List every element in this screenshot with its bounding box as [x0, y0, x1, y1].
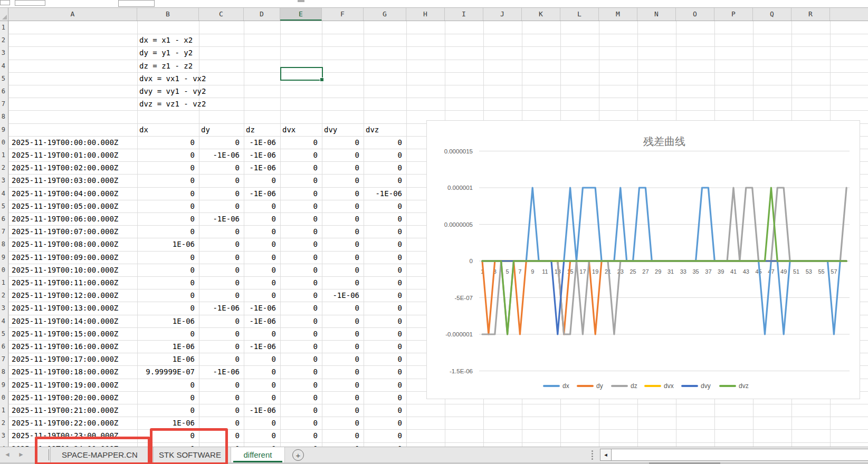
cell[interactable]: 0: [281, 417, 318, 429]
cell[interactable]: 0: [323, 212, 359, 225]
cell[interactable]: 2025-11-19T00:06:00.000Z: [12, 212, 135, 225]
cell[interactable]: 0: [323, 404, 359, 417]
cell[interactable]: 0: [365, 174, 402, 187]
cell[interactable]: 0: [138, 225, 195, 238]
row-header[interactable]: 8: [0, 110, 5, 123]
cell[interactable]: 0: [323, 315, 359, 327]
cell[interactable]: 0: [323, 391, 359, 404]
cell[interactable]: 0: [323, 417, 359, 429]
cell[interactable]: 0: [138, 391, 195, 404]
legend-item-dz[interactable]: dz: [611, 382, 637, 390]
cell[interactable]: 0: [281, 276, 318, 289]
tab-nav-right-icon[interactable]: ►: [18, 451, 24, 458]
cell[interactable]: 0: [281, 238, 318, 250]
cell[interactable]: 2025-11-19T00:22:00.000Z: [12, 417, 135, 429]
cell[interactable]: 0: [138, 212, 195, 225]
cell[interactable]: 0: [138, 174, 195, 187]
cell[interactable]: 0: [245, 442, 276, 447]
cell[interactable]: 2025-11-19T00:00:00.000Z: [12, 136, 135, 149]
cell[interactable]: 0: [323, 187, 359, 200]
select-all-corner[interactable]: [0, 8, 8, 21]
cell[interactable]: 0: [323, 149, 359, 161]
cell[interactable]: 0: [200, 174, 240, 187]
cell[interactable]: -1E-06: [245, 136, 276, 149]
cell[interactable]: dvy: [324, 123, 361, 136]
cell[interactable]: 0: [281, 264, 318, 276]
cell[interactable]: 0: [323, 379, 359, 391]
series-dvz[interactable]: [482, 188, 846, 334]
cell[interactable]: 0: [281, 379, 318, 391]
cell[interactable]: 0: [245, 327, 276, 340]
cell[interactable]: 0: [365, 417, 402, 429]
cell[interactable]: 0: [138, 264, 195, 276]
cell[interactable]: 0: [200, 340, 240, 353]
column-header-Q[interactable]: Q: [753, 8, 791, 21]
cell[interactable]: -1E-06: [245, 302, 276, 314]
cell[interactable]: 0: [245, 353, 276, 365]
cell[interactable]: 0: [365, 442, 402, 447]
row-header[interactable]: 6: [0, 340, 5, 353]
cell[interactable]: 0: [281, 136, 318, 149]
cell[interactable]: 0: [200, 264, 240, 276]
cell[interactable]: 2025-11-19T00:05:00.000Z: [12, 200, 135, 212]
cell[interactable]: -1E-06: [200, 212, 240, 225]
cell[interactable]: 0: [200, 417, 240, 429]
cell[interactable]: 0: [323, 174, 359, 187]
cell[interactable]: 0: [281, 200, 318, 212]
cell[interactable]: 0: [365, 429, 402, 442]
cell[interactable]: 0: [281, 327, 318, 340]
cell[interactable]: 0: [281, 149, 318, 161]
row-header[interactable]: 1: [0, 404, 5, 417]
cell[interactable]: 0: [365, 327, 402, 340]
cell[interactable]: -1E-06: [245, 340, 276, 353]
column-header-C[interactable]: C: [199, 8, 244, 21]
cell[interactable]: 2025-11-19T00:21:00.000Z: [12, 404, 135, 417]
cell[interactable]: 0: [323, 429, 359, 442]
cell[interactable]: 0: [200, 353, 240, 365]
legend-item-dx[interactable]: dx: [543, 382, 569, 390]
cell[interactable]: 0: [200, 391, 240, 404]
column-header-H[interactable]: H: [406, 8, 445, 21]
cell[interactable]: 9.99999E-07: [138, 365, 195, 378]
cell[interactable]: 0: [281, 289, 318, 302]
cell[interactable]: 0: [365, 251, 402, 264]
row-header[interactable]: 3: [0, 429, 5, 442]
cell[interactable]: 0: [323, 340, 359, 353]
cell[interactable]: 0: [245, 417, 276, 429]
cell[interactable]: 0: [281, 404, 318, 417]
cell[interactable]: dvz: [366, 123, 404, 136]
cell[interactable]: 0: [138, 161, 195, 174]
cell[interactable]: 2025-11-19T00:07:00.000Z: [12, 225, 135, 238]
cell[interactable]: 0: [365, 136, 402, 149]
cell[interactable]: 0: [138, 302, 195, 314]
cell[interactable]: 0: [281, 225, 318, 238]
row-header[interactable]: 2: [0, 289, 5, 302]
cell[interactable]: 0: [138, 276, 195, 289]
cell[interactable]: 0: [200, 200, 240, 212]
cell[interactable]: 2025-11-19T00:09:00.000Z: [12, 251, 135, 264]
cell[interactable]: 0: [281, 251, 318, 264]
cell[interactable]: 0: [200, 225, 240, 238]
cell[interactable]: 0: [365, 161, 402, 174]
column-header-E[interactable]: E: [280, 8, 322, 21]
cell[interactable]: 0: [323, 276, 359, 289]
cell[interactable]: 0: [200, 136, 240, 149]
cell[interactable]: dy: [201, 123, 242, 136]
sheet-tab-different[interactable]: different: [231, 447, 285, 462]
cell[interactable]: -1E-06: [200, 149, 240, 161]
cell[interactable]: 0: [281, 353, 318, 365]
column-header-R[interactable]: R: [791, 8, 830, 21]
cell[interactable]: 0: [138, 379, 195, 391]
cell[interactable]: 0: [138, 149, 195, 161]
cell[interactable]: 0: [281, 187, 318, 200]
row-header[interactable]: 5: [0, 327, 5, 340]
cell[interactable]: 2025-11-19T00:17:00.000Z: [12, 353, 135, 365]
cell[interactable]: dvx: [282, 123, 320, 136]
cell[interactable]: 0: [138, 251, 195, 264]
legend-item-dvy[interactable]: dvy: [681, 382, 711, 390]
cell[interactable]: 0: [323, 442, 359, 447]
row-header[interactable]: 3: [0, 174, 5, 187]
cell[interactable]: 0: [323, 264, 359, 276]
column-header-O[interactable]: O: [676, 8, 714, 21]
column-header-F[interactable]: F: [322, 8, 364, 21]
